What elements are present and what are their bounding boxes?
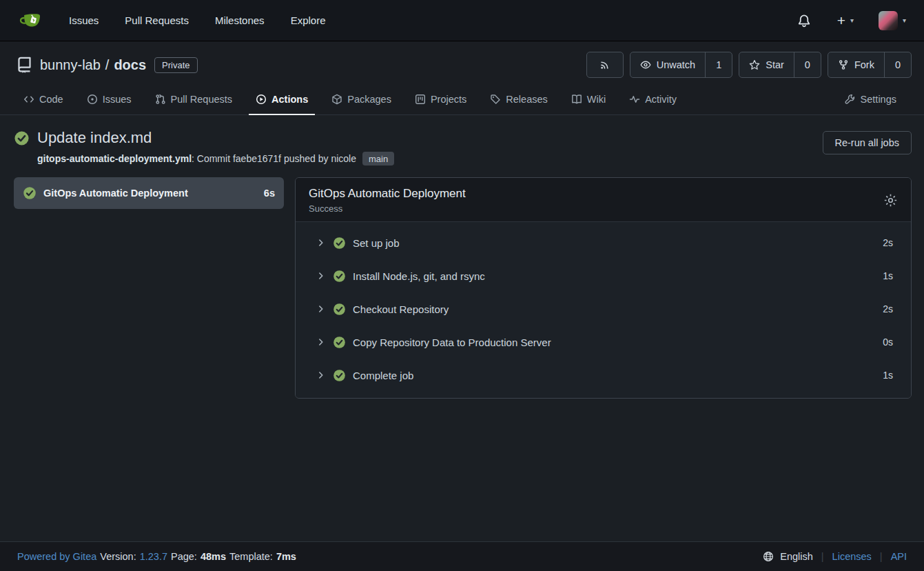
version-link[interactable]: 1.23.7	[140, 551, 167, 562]
tag-icon	[490, 94, 501, 105]
workflow-file-link[interactable]: gitops-automatic-deployment.yml	[37, 153, 192, 164]
panel-header: GitOps Automatic Deployment Success	[296, 178, 911, 222]
tab-wiki[interactable]: Wiki	[564, 86, 613, 115]
success-check-icon	[333, 270, 346, 283]
star-label: Star	[766, 59, 784, 70]
api-link[interactable]: API	[891, 551, 907, 562]
repo-header: bunny-lab / docs Private Unwatch 1 Star	[0, 41, 924, 115]
notifications-bell-icon[interactable]	[797, 13, 811, 28]
tab-label: Settings	[861, 94, 896, 105]
success-check-icon	[333, 303, 346, 316]
step-row-copy[interactable]: Copy Repository Data to Production Serve…	[296, 325, 911, 359]
step-row-install[interactable]: Install Node.js, git, and rsync 1s	[296, 259, 911, 292]
language-selector[interactable]: English	[780, 551, 813, 562]
fork-button[interactable]: Fork	[828, 52, 884, 77]
chevron-right-icon[interactable]	[316, 370, 326, 380]
success-check-icon	[333, 369, 346, 382]
tab-label: Projects	[431, 94, 466, 105]
job-duration: 6s	[264, 188, 275, 199]
pulse-icon	[629, 94, 640, 105]
gear-icon[interactable]	[883, 193, 898, 208]
steps-list: Set up job 2s Install Node.js, git, and …	[296, 222, 911, 398]
tab-activity[interactable]: Activity	[622, 86, 684, 115]
fork-count[interactable]: 0	[884, 52, 911, 77]
tab-projects[interactable]: Projects	[408, 86, 473, 115]
rerun-all-jobs-button[interactable]: Re-run all jobs	[823, 131, 912, 154]
tab-packages[interactable]: Packages	[325, 86, 398, 115]
step-duration: 0s	[883, 337, 893, 348]
star-icon	[749, 59, 760, 70]
unwatch-button[interactable]: Unwatch	[630, 52, 705, 77]
topnav-right: + ▾ ▾	[797, 11, 906, 30]
tab-code[interactable]: Code	[17, 86, 70, 115]
template-label: Template:	[229, 551, 273, 562]
tab-pull-requests[interactable]: Pull Requests	[148, 86, 239, 115]
step-row-setup[interactable]: Set up job 2s	[296, 226, 911, 259]
panel-job-status: Success	[309, 203, 883, 214]
repo-action-buttons: Unwatch 1 Star 0 Fork 0	[586, 52, 912, 78]
tab-releases[interactable]: Releases	[483, 86, 554, 115]
chevron-right-icon[interactable]	[316, 337, 326, 347]
run-subtitle: gitops-automatic-deployment.yml : Commit…	[37, 152, 394, 166]
repo-breadcrumb: bunny-lab / docs	[40, 57, 146, 73]
step-name: Complete job	[353, 370, 876, 381]
tab-actions[interactable]: Actions	[249, 86, 315, 115]
fork-button-group: Fork 0	[828, 52, 912, 78]
rss-icon	[599, 59, 610, 70]
step-name: Checkout Repository	[353, 303, 876, 315]
repo-tabs: Code Issues Pull Requests Actions Packag…	[17, 86, 912, 114]
issue-circle-icon	[87, 94, 98, 105]
create-new-menu[interactable]: + ▾	[837, 13, 854, 28]
book-icon	[571, 94, 582, 105]
top-navbar: Issues Pull Requests Milestones Explore …	[0, 0, 924, 41]
globe-icon	[763, 551, 774, 562]
repo-name-link[interactable]: docs	[114, 57, 146, 73]
chevron-right-icon[interactable]	[316, 304, 326, 314]
nav-explore[interactable]: Explore	[291, 14, 326, 26]
step-duration: 1s	[883, 370, 893, 381]
panel-job-title: GitOps Automatic Deployment	[309, 187, 883, 201]
tools-icon	[845, 94, 856, 105]
tab-label: Code	[39, 94, 63, 105]
eye-icon	[640, 59, 651, 70]
run-title: Update index.md	[37, 129, 152, 147]
success-check-icon	[333, 336, 346, 349]
chevron-right-icon[interactable]	[316, 271, 326, 281]
step-duration: 1s	[883, 270, 893, 281]
step-name: Set up job	[353, 237, 876, 249]
star-button[interactable]: Star	[739, 52, 794, 77]
step-row-checkout[interactable]: Checkout Repository 2s	[296, 292, 911, 325]
chevron-right-icon[interactable]	[316, 238, 326, 248]
tab-settings[interactable]: Settings	[838, 86, 903, 115]
tab-label: Wiki	[587, 94, 606, 105]
success-check-icon	[23, 186, 37, 200]
step-name: Copy Repository Data to Production Serve…	[353, 337, 876, 348]
job-list-item-selected[interactable]: GitOps Automatic Deployment 6s	[14, 177, 284, 209]
chevron-down-icon: ▾	[850, 17, 854, 24]
tab-label: Issues	[103, 94, 132, 105]
nav-issues[interactable]: Issues	[69, 14, 99, 26]
breadcrumb-separator: /	[105, 57, 110, 73]
star-count[interactable]: 0	[794, 52, 821, 77]
nav-pull-requests[interactable]: Pull Requests	[125, 14, 189, 26]
rss-button[interactable]	[586, 52, 624, 78]
nav-milestones[interactable]: Milestones	[215, 14, 265, 26]
gitea-logo[interactable]	[19, 9, 43, 32]
step-row-complete[interactable]: Complete job 1s	[296, 359, 911, 392]
repo-owner-link[interactable]: bunny-lab	[40, 57, 101, 73]
branch-badge[interactable]: main	[362, 152, 394, 166]
divider: |	[875, 551, 887, 562]
powered-by-gitea-link[interactable]: Powered by Gitea	[17, 551, 96, 562]
code-icon	[23, 94, 34, 105]
panel-titles: GitOps Automatic Deployment Success	[309, 187, 883, 214]
tab-label: Pull Requests	[171, 94, 232, 105]
fork-icon	[838, 59, 849, 70]
user-menu[interactable]: ▾	[879, 11, 906, 30]
tab-issues[interactable]: Issues	[80, 86, 138, 115]
success-check-icon	[333, 237, 346, 250]
watch-count[interactable]: 1	[705, 52, 732, 77]
plus-icon: +	[837, 13, 845, 28]
run-body: GitOps Automatic Deployment 6s GitOps Au…	[14, 177, 912, 399]
licenses-link[interactable]: Licenses	[832, 551, 872, 562]
job-name: GitOps Automatic Deployment	[43, 188, 257, 199]
